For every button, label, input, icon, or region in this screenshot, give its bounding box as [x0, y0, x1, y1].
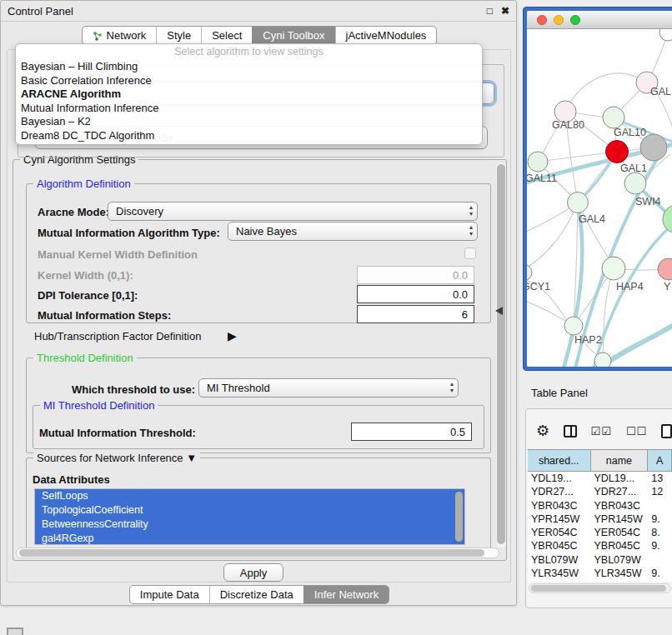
dropdown-option-selected[interactable]: ARACNE Algorithm [16, 88, 482, 102]
settings-vertical-scrollbar[interactable] [496, 162, 506, 548]
node-swi4[interactable] [624, 172, 646, 194]
manual-kernel-checkbox[interactable] [464, 248, 476, 259]
minimized-panel-icon[interactable] [7, 628, 23, 635]
which-threshold-combo[interactable]: MI Threshold ▴▾ [198, 378, 459, 398]
cell: YIL052C [528, 580, 590, 582]
sources-group-title: Sources for Network Inference ▼ [33, 452, 200, 464]
dpi-tolerance-label: DPI Tolerance [0,1]: [38, 289, 138, 302]
deselect-all-icon[interactable]: ☐☐ [626, 425, 647, 438]
node-partial[interactable] [659, 29, 672, 41]
column-header-partial[interactable]: A [648, 450, 672, 471]
attribute-item[interactable]: BetweennessCentrality [35, 518, 464, 532]
cell: YLR345W [528, 567, 590, 580]
tab-infer-network[interactable]: Infer Network [303, 586, 389, 603]
cell: YDL19... [590, 472, 648, 485]
attribute-list-scrollbar[interactable] [455, 492, 463, 542]
tab-impute-data[interactable]: Impute Data [130, 586, 209, 603]
settings-horizontal-scrollbar[interactable] [16, 548, 499, 558]
attribute-item[interactable]: SelfLoops [35, 489, 464, 503]
tab-discretize-data[interactable]: Discretize Data [209, 586, 303, 603]
tab-cyni-toolbox[interactable]: Cyni Toolbox [252, 27, 334, 44]
dpi-tolerance-field[interactable]: 0.0 [357, 285, 474, 303]
attribute-item[interactable]: gal4RGexp [35, 532, 464, 545]
bottom-tabbar: Impute Data Discretize Data Infer Networ… [129, 585, 389, 604]
node-gal4[interactable] [568, 192, 589, 213]
node-hap4[interactable] [602, 257, 625, 280]
dropdown-option[interactable]: Mutual Information Inference [16, 102, 482, 116]
table-row[interactable]: YPR145W YPR145W 9. [528, 512, 672, 526]
stepper-arrows-icon: ▴▾ [450, 381, 454, 394]
mi-type-combo[interactable]: Naive Bayes ▴▾ [228, 222, 478, 241]
kernel-width-field[interactable]: 0.0 [357, 266, 474, 284]
which-threshold-value: MI Threshold [207, 382, 270, 394]
dropdown-option[interactable]: Bayesian – Hill Climbing [16, 60, 482, 74]
data-attributes-label: Data Attributes [33, 473, 110, 486]
mi-threshold-field[interactable]: 0.5 [351, 422, 472, 441]
mouse-cursor [495, 307, 503, 315]
algorithm-definition-title: Algorithm Definition [33, 178, 134, 190]
tab-jactivemnodules-label: jActiveMNodules [346, 29, 427, 42]
table-horizontal-scrollbar[interactable] [529, 583, 671, 593]
tab-select[interactable]: Select [201, 27, 252, 44]
node-label: GCY1 [527, 281, 550, 292]
cell: YBR045C [590, 539, 648, 552]
node-bottom[interactable] [594, 352, 611, 367]
table-row[interactable]: YLR345W YLR345W 9. [528, 567, 672, 580]
tab-infer-network-label: Infer Network [314, 588, 379, 601]
mi-threshold-label: Mutual Information Threshold: [39, 427, 196, 439]
node-label: GAL4 [579, 213, 605, 225]
cell: YDR27... [528, 485, 590, 498]
collapse-arrow-icon[interactable]: ▼ [186, 452, 197, 464]
gear-icon[interactable]: ⚙ [536, 422, 549, 440]
apply-button[interactable]: Apply [223, 563, 283, 582]
tab-style-label: Style [167, 29, 191, 42]
document-icon[interactable] [661, 424, 672, 438]
table-row[interactable]: YBL079W YBL079W [528, 553, 672, 567]
node-label: HAP4 [616, 281, 644, 292]
minimize-traffic-light-icon[interactable] [554, 15, 564, 25]
network-icon [93, 31, 103, 41]
table-row[interactable]: YER054C YER054C 8. [528, 526, 672, 539]
network-canvas[interactable]: GAL GAL80 GAL10 GAL1 GAL11 SWI4 GAL4 GCY… [527, 29, 672, 367]
table-row[interactable]: YIL052C YIL052C 9 [528, 580, 672, 582]
aracne-mode-combo[interactable]: Discovery ▴▾ [108, 202, 478, 221]
table-row[interactable]: YBR043C YBR043C [528, 499, 672, 512]
tab-network[interactable]: Network [83, 27, 157, 44]
node-salmon[interactable] [658, 258, 672, 280]
dropdown-option[interactable]: Dream8 DC_TDC Algorithm [16, 129, 482, 143]
column-header-name[interactable]: name [591, 450, 649, 471]
cell [648, 499, 672, 512]
dropdown-option[interactable]: Bayesian – K2 [16, 115, 482, 129]
aracne-mode-value: Discovery [116, 205, 163, 218]
float-window-icon[interactable]: □ [487, 5, 493, 17]
close-traffic-light-icon[interactable] [537, 15, 547, 25]
attribute-item[interactable]: TopologicalCoefficient [35, 503, 464, 518]
zoom-traffic-light-icon[interactable] [570, 15, 580, 25]
node-label: Y [664, 281, 670, 292]
select-all-icon[interactable]: ☑☑ [591, 425, 612, 438]
node-gal1[interactable] [606, 141, 629, 163]
split-view-icon[interactable] [564, 425, 576, 438]
dropdown-option[interactable]: Basic Correlation Inference [16, 74, 482, 88]
cell: YER054C [590, 526, 648, 539]
tab-discretize-data-label: Discretize Data [220, 588, 293, 601]
node-left-green[interactable] [527, 264, 532, 281]
close-window-icon[interactable]: ✖ [501, 5, 509, 17]
node-hap2[interactable] [564, 317, 583, 335]
table-panel-title: Table Panel [531, 387, 588, 399]
tab-impute-data-label: Impute Data [140, 588, 199, 601]
mi-steps-field[interactable]: 6 [357, 305, 474, 323]
cell: YER054C [528, 526, 590, 539]
tab-jactivemnodules[interactable]: jActiveMNodules [335, 27, 437, 44]
column-header-shared[interactable]: shared... [528, 450, 591, 471]
mi-threshold-group-title: MI Threshold Definition [40, 399, 158, 412]
table-row[interactable]: YDR27... YDR27... 12 [528, 485, 672, 498]
table-body: YDL19... YDL19... 13 YDR27... YDR27... 1… [528, 472, 672, 582]
node-gal11[interactable] [528, 152, 548, 172]
tab-style[interactable]: Style [156, 27, 201, 44]
node-gal10[interactable] [603, 107, 624, 128]
table-row[interactable]: YDL19... YDL19... 13 [528, 472, 672, 485]
expand-arrow-icon[interactable]: ▶ [228, 329, 237, 342]
table-row[interactable]: YBR045C YBR045C 9. [528, 539, 672, 552]
cell: 9 [648, 580, 672, 582]
